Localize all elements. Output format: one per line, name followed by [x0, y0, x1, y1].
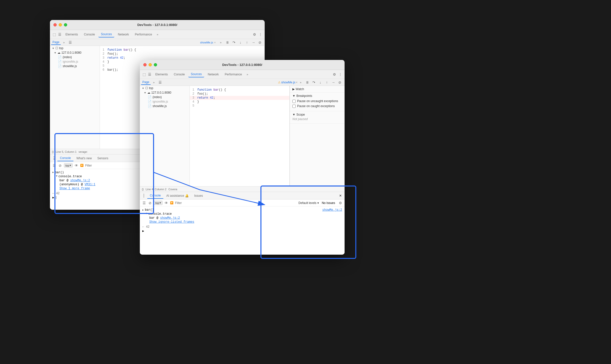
fg-trace-expand[interactable]: ▼ — [146, 212, 147, 215]
fg-bar-expand[interactable]: ▶ — [142, 208, 144, 211]
bg-whatsnew-tab[interactable]: What's new — [74, 156, 94, 161]
bg-maximize-button[interactable] — [64, 23, 67, 26]
fg-inspect-icon[interactable]: ⬚ — [142, 72, 146, 77]
fg-tab-network[interactable]: Network — [205, 72, 221, 77]
bg-close-button[interactable] — [53, 23, 57, 26]
bg-trace-expand[interactable]: ▼ — [56, 175, 57, 178]
fg-console-sidebar-icon[interactable]: ☰ — [142, 201, 146, 205]
fg-server-item[interactable]: ▼ ☁ 127.0.0.1:8080 — [140, 90, 190, 95]
bg-page-tab[interactable]: Page — [51, 40, 61, 45]
bg-sensors-tab[interactable]: Sensors — [95, 156, 111, 161]
bg-console-menu-icon[interactable]: ⋮ — [51, 155, 57, 161]
fg-issues-tab[interactable]: Issues — [192, 193, 205, 198]
fg-settings-icon[interactable]: ⚙ — [332, 72, 337, 77]
fg-sidebar-toggle-icon[interactable]: ☰ — [158, 80, 162, 85]
bg-showme-link[interactable]: showMe.js:2 — [70, 179, 90, 182]
fg-ignore-listed-link[interactable]: Show ignore-listed frames — [149, 220, 194, 224]
fg-page-tab[interactable]: Page — [141, 80, 151, 85]
fg-breakpoints-header[interactable]: ▼ Breakpoints — [292, 94, 342, 98]
fg-more-tabs[interactable]: » — [245, 72, 249, 76]
fg-default-levels[interactable]: Default levels ▾ — [298, 201, 319, 205]
fg-filter-label[interactable]: Filter — [175, 201, 182, 205]
fg-step-into-icon[interactable]: ↓ — [318, 80, 323, 85]
fg-tab-elements[interactable]: Elements — [153, 72, 170, 77]
bg-step-into-icon[interactable]: ↓ — [238, 40, 243, 45]
fg-tab-performance[interactable]: Performance — [222, 72, 244, 77]
bg-tab-elements[interactable]: Elements — [63, 32, 80, 37]
fg-file-more[interactable]: » — [299, 80, 303, 84]
bg-file-more[interactable]: » — [219, 40, 223, 44]
bg-eye-icon[interactable]: 👁 — [74, 163, 79, 168]
bg-server-item[interactable]: ▼ ☁ 127.0.0.1:8080 — [50, 50, 100, 55]
fg-prompt-row[interactable]: ▶ — [142, 229, 342, 233]
fg-console-close[interactable]: × — [337, 193, 344, 198]
bg-more-frames-link[interactable]: Show 1 more frame — [59, 187, 90, 190]
fg-console-menu-icon[interactable]: ⋮ — [141, 193, 147, 198]
fg-device-icon[interactable]: ☰ — [147, 72, 152, 77]
fg-continue-icon[interactable]: → — [331, 80, 336, 85]
fg-pause-icon[interactable]: ⏸ — [305, 80, 310, 85]
bg-ignoreme-item[interactable]: 📄 ignoreMe.js — [50, 59, 100, 64]
fg-deactivate-icon[interactable]: ⊘ — [338, 80, 342, 85]
fg-index-item[interactable]: 📄 (index) — [140, 95, 190, 99]
bg-tab-performance[interactable]: Performance — [132, 32, 155, 37]
fg-tab-console[interactable]: Console — [171, 72, 187, 77]
fg-showme-tab-label[interactable]: showMe.js — [281, 81, 295, 84]
bg-inspect-icon[interactable]: ⬚ — [52, 32, 56, 37]
fg-source-link[interactable]: showMe.js:2 — [322, 208, 342, 212]
bg-showme-tab[interactable]: showMe.js × — [198, 40, 217, 44]
fg-close-button[interactable] — [143, 63, 147, 66]
bg-bar-expand[interactable]: ▶ — [52, 171, 54, 174]
bg-console-sidebar-icon[interactable]: ☰ — [52, 163, 56, 168]
fg-showme-close[interactable]: × — [296, 81, 298, 84]
fg-eye-icon[interactable]: 👁 — [164, 201, 169, 205]
bg-showme-item[interactable]: 📄 showMe.js — [50, 64, 100, 68]
fg-watch-section: ▶ Watch — [290, 86, 345, 93]
fg-pause-uncaught-check[interactable] — [292, 100, 296, 103]
bg-continue-icon[interactable]: → — [251, 40, 256, 45]
fg-scope-header[interactable]: ▼ Scope — [292, 113, 342, 116]
bg-minimize-button[interactable] — [59, 23, 62, 26]
bg-pause-icon[interactable]: ⏸ — [225, 40, 230, 45]
fg-tab-sources[interactable]: Sources — [188, 71, 204, 77]
bg-console-tab[interactable]: Console — [57, 155, 73, 161]
bg-prompt-cursor[interactable]: | — [55, 196, 57, 199]
bg-page-more[interactable]: » — [62, 40, 66, 44]
fg-top-item[interactable]: ▼ ☐ top — [140, 86, 190, 90]
bg-filter-label[interactable]: Filter — [85, 164, 92, 167]
bg-menu-icon[interactable]: ⋮ — [258, 32, 263, 37]
fg-top-badge[interactable]: top ▾ — [154, 201, 163, 205]
fg-ignoreme-item[interactable]: 📄 ignoreMe.js — [140, 99, 190, 104]
fg-menu-icon[interactable]: ⋮ — [338, 72, 343, 77]
bg-deactivate-icon[interactable]: ⊘ — [258, 40, 262, 45]
bg-return-val: ← 42 — [52, 192, 60, 195]
fg-console-tab[interactable]: Console — [147, 193, 163, 199]
bg-settings-icon[interactable]: ⚙ — [252, 32, 257, 37]
fg-showme-item[interactable]: 📄 showMe.js — [140, 104, 190, 108]
bg-console-clear-icon[interactable]: ⊘ — [58, 163, 62, 168]
fg-page-more[interactable]: » — [152, 80, 156, 84]
fg-console-clear-icon[interactable]: ⊘ — [148, 201, 152, 205]
fg-maximize-button[interactable] — [154, 63, 157, 66]
bg-step-out-icon[interactable]: ↑ — [245, 40, 249, 45]
fg-minimize-button[interactable] — [149, 63, 152, 66]
bg-showme-close[interactable]: × — [214, 41, 215, 44]
fg-showme-link[interactable]: showMe.js:2 — [160, 216, 180, 220]
fg-step-out-icon[interactable]: ↑ — [325, 80, 329, 85]
bg-sidebar-toggle-icon[interactable]: ☰ — [68, 40, 72, 45]
bg-tab-network[interactable]: Network — [115, 32, 131, 37]
bg-tab-console[interactable]: Console — [81, 32, 97, 37]
bg-step-over-icon[interactable]: ↷ — [232, 40, 236, 45]
fg-pause-caught-check[interactable] — [292, 105, 296, 108]
bg-device-icon[interactable]: ☰ — [57, 32, 62, 37]
bg-index-item[interactable]: 📄 (index) — [50, 55, 100, 59]
bg-top-item[interactable]: ▼ ☐ top — [50, 46, 100, 50]
bg-more-tabs[interactable]: » — [156, 32, 160, 36]
fg-ai-tab[interactable]: AI assistance 🔔 — [164, 193, 191, 198]
bg-vm-link[interactable]: VM31:1 — [85, 183, 95, 186]
bg-top-badge[interactable]: top ▾ — [64, 163, 73, 168]
bg-tab-sources[interactable]: Sources — [98, 31, 114, 37]
fg-console-settings-icon[interactable]: ⚙ — [338, 201, 343, 205]
fg-watch-header[interactable]: ▶ Watch — [292, 87, 342, 91]
fg-step-over-icon[interactable]: ↷ — [312, 80, 316, 85]
